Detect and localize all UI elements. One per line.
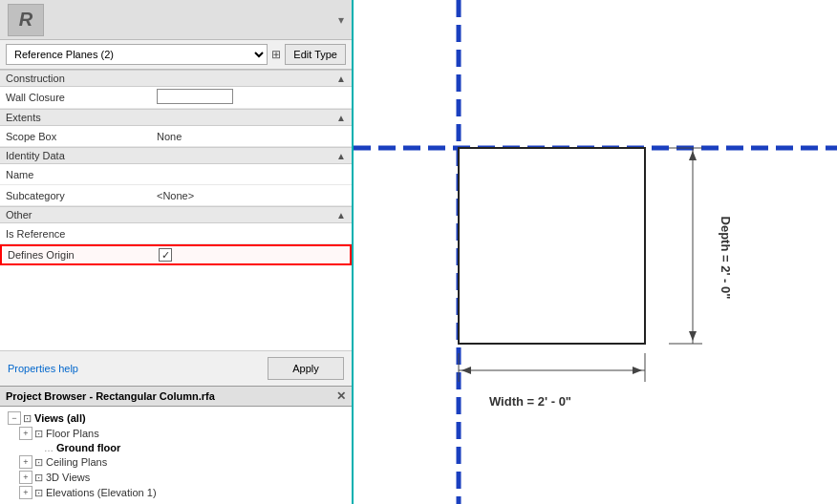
section-other-arrow: ▲	[336, 210, 346, 220]
tree-toggle-3d-views[interactable]: +	[19, 471, 32, 484]
property-wall-closure: Wall Closure	[0, 87, 352, 109]
dim-width-arrow-left	[461, 367, 471, 374]
tree-toggle-elevations[interactable]: +	[19, 486, 32, 499]
prop-label-scope-box: Scope Box	[0, 129, 153, 144]
spacer	[0, 265, 352, 304]
section-identity-arrow: ▲	[336, 151, 346, 161]
section-construction[interactable]: Construction ▲	[0, 70, 352, 87]
floor-plans-icon: ⊡	[34, 428, 43, 440]
tree-item-3d-views[interactable]: + ⊡ 3D Views	[0, 470, 352, 485]
property-name: Name	[0, 164, 352, 185]
reference-planes-dropdown[interactable]: Reference Planes (2)	[6, 44, 268, 65]
prop-value-subcategory: <None>	[153, 188, 352, 203]
property-scope-box: Scope Box None	[0, 126, 352, 147]
prop-label-subcategory: Subcategory	[0, 188, 153, 203]
tree-label-views-all: Views (all)	[34, 412, 86, 424]
collapse-arrow[interactable]: ▾	[338, 13, 344, 27]
dim-depth-arrow-top	[689, 151, 697, 160]
dim-width-arrow-right	[633, 367, 642, 374]
defines-origin-checkbox[interactable]: ✓	[159, 248, 172, 262]
tree-item-floor-plans[interactable]: + ⊡ Floor Plans	[0, 426, 352, 441]
prop-label-wall-closure: Wall Closure	[0, 90, 153, 105]
prop-label-is-reference: Is Reference	[0, 226, 153, 242]
prop-value-name	[153, 173, 352, 177]
elevations-icon: ⊡	[34, 487, 43, 499]
section-construction-arrow: ▲	[336, 74, 346, 84]
column-rect	[459, 148, 645, 344]
properties-footer: Properties help Apply	[0, 350, 352, 386]
left-panel: R ▾ Reference Planes (2) ⊞ Edit Type Con…	[0, 0, 354, 504]
prop-value-scope-box: None	[153, 129, 352, 144]
prop-value-defines-origin: ✓	[155, 246, 350, 263]
property-defines-origin: Defines Origin ✓	[0, 244, 352, 265]
project-tree: − ⊡ Views (all) + ⊡ Floor Plans … Ground…	[0, 407, 352, 504]
depth-label: Depth = 2' - 0"	[719, 217, 733, 300]
tree-label-floor-plans: Floor Plans	[46, 428, 99, 439]
section-other[interactable]: Other ▲	[0, 206, 352, 223]
tree-label-ceiling-plans: Ceiling Plans	[46, 456, 107, 468]
width-label: Width = 2' - 0"	[489, 394, 571, 409]
tree-item-ceiling-plans[interactable]: + ⊡ Ceiling Plans	[0, 454, 352, 470]
dropdown-bar: Reference Planes (2) ⊞ Edit Type	[0, 40, 352, 70]
tree-toggle-ceiling-plans[interactable]: +	[19, 455, 32, 469]
views-all-icon: ⊡	[23, 412, 32, 425]
edit-type-button[interactable]: Edit Type	[285, 44, 346, 65]
tree-item-elevations[interactable]: + ⊡ Elevations (Elevation 1)	[0, 485, 352, 500]
prop-label-defines-origin: Defines Origin	[2, 247, 155, 262]
prop-value-is-reference	[153, 232, 352, 236]
project-browser-close-button[interactable]: ✕	[336, 389, 346, 403]
section-extents[interactable]: Extents ▲	[0, 109, 352, 126]
tree-item-views-all[interactable]: − ⊡ Views (all)	[0, 410, 352, 426]
revit-header: R ▾	[0, 0, 352, 40]
tree-label-elevations: Elevations (Elevation 1)	[46, 487, 157, 498]
tree-dash-ground-floor: …	[44, 443, 54, 453]
grid-icon: ⊞	[271, 48, 281, 61]
section-identity-data[interactable]: Identity Data ▲	[0, 147, 352, 164]
properties-help-link[interactable]: Properties help	[8, 363, 78, 374]
tree-toggle-views-all[interactable]: −	[8, 411, 21, 425]
tree-label-3d-views: 3D Views	[46, 472, 90, 483]
right-panel: Depth = 2' - 0" Width = 2' - 0"	[354, 0, 837, 504]
dim-depth-arrow-bottom	[689, 331, 697, 341]
tree-toggle-floor-plans[interactable]: +	[19, 427, 32, 440]
apply-button[interactable]: Apply	[268, 357, 344, 380]
canvas-area: Depth = 2' - 0" Width = 2' - 0"	[354, 0, 837, 504]
prop-value-wall-closure	[153, 87, 352, 108]
ceiling-plans-icon: ⊡	[34, 456, 43, 469]
prop-label-name: Name	[0, 167, 153, 182]
project-browser-title: Project Browser - Rectangular Column.rfa	[6, 390, 215, 402]
section-extents-arrow: ▲	[336, 113, 346, 123]
canvas-svg: Depth = 2' - 0" Width = 2' - 0"	[354, 0, 837, 504]
3d-views-icon: ⊡	[34, 472, 43, 484]
tree-label-ground-floor: Ground floor	[56, 442, 120, 453]
property-is-reference: Is Reference	[0, 223, 352, 244]
properties-panel: Construction ▲ Wall Closure Extents ▲ Sc…	[0, 70, 352, 350]
project-browser-header: Project Browser - Rectangular Column.rfa…	[0, 386, 352, 407]
revit-logo: R	[8, 4, 44, 36]
property-subcategory: Subcategory <None>	[0, 185, 352, 206]
tree-item-ground-floor[interactable]: … Ground floor	[0, 441, 352, 454]
